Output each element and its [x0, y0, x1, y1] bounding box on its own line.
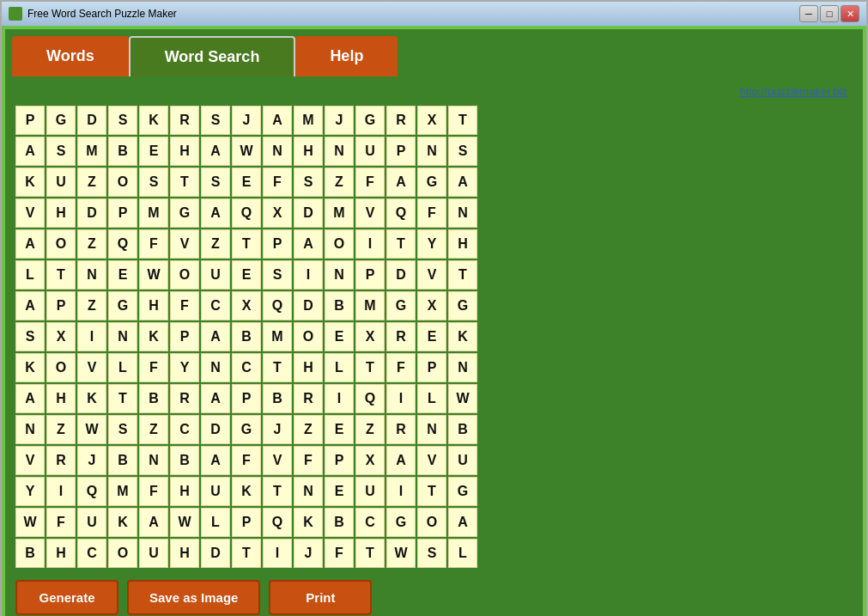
grid-cell: T [108, 384, 137, 413]
grid-cell: N [448, 353, 477, 382]
grid-cell: R [170, 384, 199, 413]
grid-cell: I [355, 229, 385, 259]
grid-cell: T [417, 477, 446, 506]
grid-cell: A [448, 508, 477, 537]
grid-cell: M [108, 477, 137, 506]
grid-cell: V [170, 229, 199, 259]
grid-cell: B [263, 384, 292, 413]
grid-cell: A [201, 137, 230, 166]
grid-cell: A [15, 229, 45, 259]
grid-cell: S [108, 106, 137, 135]
grid-cell: H [448, 229, 477, 259]
tab-wordsearch[interactable]: Word Search [129, 36, 296, 76]
grid-cell: A [15, 384, 45, 413]
grid-cell: E [325, 322, 354, 351]
grid-cell: I [46, 477, 76, 506]
save-image-button[interactable]: Save as Image [127, 580, 260, 615]
grid-cell: W [232, 137, 261, 166]
grid-cell: H [46, 539, 76, 568]
grid-cell: N [294, 477, 323, 506]
grid-cell: P [232, 508, 261, 537]
grid-cell: E [325, 415, 354, 444]
grid-cell: F [386, 353, 416, 382]
grid-cell: H [46, 198, 76, 228]
grid-cell: A [201, 384, 230, 413]
grid-cell: R [386, 322, 416, 351]
grid-cell: I [263, 539, 292, 568]
grid-cell: M [77, 137, 106, 166]
grid-cell: T [232, 229, 261, 259]
grid-cell: X [355, 322, 385, 351]
print-button[interactable]: Print [269, 580, 372, 615]
grid-cell: P [386, 137, 416, 166]
minimize-button[interactable]: ─ [799, 5, 818, 22]
generate-button[interactable]: Generate [15, 580, 118, 615]
close-button[interactable]: ✕ [841, 5, 859, 22]
grid-cell: V [417, 446, 446, 475]
app-icon [9, 7, 22, 21]
website-link[interactable]: http://puzzlemaker.biz [739, 85, 847, 98]
grid-cell: A [15, 291, 45, 320]
grid-cell: E [108, 260, 137, 290]
grid-cell: X [417, 106, 446, 135]
grid-cell: P [417, 353, 446, 382]
grid-cell: M [355, 291, 385, 320]
grid-cell: X [263, 198, 292, 228]
grid-cell: U [355, 477, 385, 506]
maximize-button[interactable]: □ [820, 5, 839, 22]
grid-cell: B [108, 137, 137, 166]
grid-cell: F [232, 446, 261, 475]
grid-cell: S [417, 539, 446, 568]
grid-cell: E [139, 137, 168, 166]
grid-cell: S [201, 168, 230, 197]
grid-cell: Y [170, 353, 199, 382]
grid-cell: F [139, 353, 168, 382]
grid-cell: K [448, 322, 477, 351]
grid-cell: M [263, 322, 292, 351]
grid-cell: U [139, 539, 168, 568]
grid-cell: P [46, 291, 76, 320]
grid-cell: Z [77, 291, 106, 320]
grid-cell: N [417, 415, 446, 444]
tab-words[interactable]: Words [12, 36, 129, 76]
window-title: Free Word Search Puzzle Maker [27, 8, 794, 20]
link-area: http://puzzlemaker.biz [12, 83, 856, 99]
grid-cell: D [77, 198, 106, 228]
tab-help[interactable]: Help [295, 36, 398, 76]
grid-cell: W [170, 508, 199, 537]
grid-cell: D [201, 415, 230, 444]
grid-cell: G [108, 291, 137, 320]
grid-cell: F [139, 229, 168, 259]
grid-cell: C [77, 539, 106, 568]
grid-cell: B [232, 322, 261, 351]
grid-cell: I [77, 322, 106, 351]
grid-cell: I [325, 384, 354, 413]
grid-cell: U [201, 477, 230, 506]
word-search-grid: PGDSKRSJAMJGRXTASMBEHAWNHNUPNSKUZOSTSEFS… [15, 106, 477, 568]
grid-cell: Q [232, 198, 261, 228]
grid-cell: C [355, 508, 385, 537]
grid-cell: Q [263, 508, 292, 537]
grid-cell: Z [77, 229, 106, 259]
grid-cell: U [448, 446, 477, 475]
grid-cell: C [170, 415, 199, 444]
grid-cell: N [108, 322, 137, 351]
grid-cell: R [294, 384, 323, 413]
grid-cell: G [448, 291, 477, 320]
grid-cell: H [139, 291, 168, 320]
grid-cell: I [294, 260, 323, 290]
grid-cell: R [386, 415, 416, 444]
grid-cell: G [448, 477, 477, 506]
grid-cell: B [15, 539, 45, 568]
grid-cell: F [325, 539, 354, 568]
grid-cell: E [417, 322, 446, 351]
grid-cell: G [386, 291, 416, 320]
grid-cell: V [15, 198, 45, 228]
grid-cell: Q [263, 291, 292, 320]
grid-cell: K [77, 384, 106, 413]
grid-cell: O [170, 260, 199, 290]
grid-cell: G [417, 168, 446, 197]
grid-cell: I [386, 477, 416, 506]
grid-cell: B [170, 446, 199, 475]
grid-cell: S [263, 260, 292, 290]
